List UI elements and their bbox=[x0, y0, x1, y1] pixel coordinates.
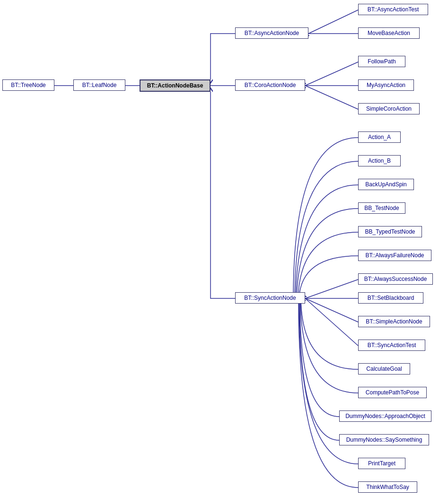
svg-line-4 bbox=[308, 10, 358, 34]
node-asyncactiontest[interactable]: BT::AsyncActionTest bbox=[358, 4, 428, 15]
node-setblackboard-label: BT::SetBlackboard bbox=[368, 295, 414, 301]
node-approachobject-label: DummyNodes::ApproachObject bbox=[345, 413, 425, 419]
node-leafnode[interactable]: BT::LeafNode bbox=[73, 79, 125, 91]
node-saysomething[interactable]: DummyNodes::SaySomething bbox=[339, 434, 429, 445]
node-simpleactionnode[interactable]: BT::SimpleActionNode bbox=[358, 316, 430, 327]
node-thinkwhattosay[interactable]: ThinkWhatToSay bbox=[358, 481, 417, 493]
connections-svg bbox=[0, 0, 448, 497]
diagram-container: BT::TreeNode BT::LeafNode BT::ActionNode… bbox=[0, 0, 448, 497]
node-actionb[interactable]: Action_B bbox=[358, 155, 401, 166]
node-bbtestnode[interactable]: BB_TestNode bbox=[358, 202, 405, 214]
node-asyncactionnode-label: BT::AsyncActionNode bbox=[245, 30, 299, 36]
node-bbtypedtestnode[interactable]: BB_TypedTestNode bbox=[358, 226, 422, 237]
node-myasyncaction[interactable]: MyAsyncAction bbox=[358, 79, 414, 91]
node-thinkwhattosay-label: ThinkWhatToSay bbox=[366, 484, 409, 490]
node-bbtestnode-label: BB_TestNode bbox=[364, 205, 399, 211]
node-treenode-label: BT::TreeNode bbox=[11, 82, 46, 88]
node-syncactionnode-label: BT::SyncActionNode bbox=[244, 295, 296, 301]
node-alwayssuccessnode-label: BT::AlwaysSuccessNode bbox=[364, 276, 427, 282]
node-alwaysfailurenode[interactable]: BT::AlwaysFailureNode bbox=[358, 250, 431, 261]
svg-line-9 bbox=[305, 279, 358, 298]
node-approachobject[interactable]: DummyNodes::ApproachObject bbox=[339, 410, 431, 422]
node-syncactiontest-label: BT::SyncActionTest bbox=[368, 342, 416, 349]
node-calculategoal-label: CalculateGoal bbox=[366, 366, 402, 372]
node-saysomething-label: DummyNodes::SaySomething bbox=[346, 436, 422, 443]
node-simplecoroaction-label: SimpleCoroAction bbox=[366, 105, 412, 112]
node-actiona-label: Action_A bbox=[368, 134, 391, 140]
node-alwayssuccessnode[interactable]: BT::AlwaysSuccessNode bbox=[358, 273, 433, 285]
node-followpath[interactable]: FollowPath bbox=[358, 56, 405, 67]
node-computepathtpose-label: ComputePathToPose bbox=[366, 389, 419, 396]
svg-line-12 bbox=[305, 298, 358, 346]
node-alwaysfailurenode-label: BT::AlwaysFailureNode bbox=[365, 252, 424, 259]
node-printtarget-label: PrintTarget bbox=[368, 460, 395, 467]
node-bbtypedtestnode-label: BB_TypedTestNode bbox=[365, 228, 415, 235]
node-backupandspin-label: BackUpAndSpin bbox=[365, 181, 406, 188]
node-setblackboard[interactable]: BT::SetBlackboard bbox=[358, 292, 423, 304]
node-simplecoroaction[interactable]: SimpleCoroAction bbox=[358, 103, 420, 114]
node-actionb-label: Action_B bbox=[368, 157, 391, 164]
svg-line-11 bbox=[305, 298, 358, 322]
node-actiona[interactable]: Action_A bbox=[358, 131, 401, 143]
node-leafnode-label: BT::LeafNode bbox=[82, 82, 117, 88]
node-followpath-label: FollowPath bbox=[368, 58, 395, 65]
node-asyncactionnode[interactable]: BT::AsyncActionNode bbox=[235, 27, 308, 39]
svg-line-6 bbox=[305, 62, 358, 86]
node-myasyncaction-label: MyAsyncAction bbox=[367, 82, 405, 88]
node-movebaseaction[interactable]: MoveBaseAction bbox=[358, 27, 420, 39]
node-actionnodebase-label: BT::ActionNodeBase bbox=[147, 82, 203, 89]
node-calculategoal[interactable]: CalculateGoal bbox=[358, 363, 410, 375]
node-coroactionnode-label: BT::CoroActionNode bbox=[245, 82, 296, 88]
node-treenode[interactable]: BT::TreeNode bbox=[2, 79, 54, 91]
node-backupandspin[interactable]: BackUpAndSpin bbox=[358, 179, 414, 190]
node-coroactionnode[interactable]: BT::CoroActionNode bbox=[235, 79, 305, 91]
node-movebaseaction-label: MoveBaseAction bbox=[368, 30, 410, 36]
node-syncactiontest[interactable]: BT::SyncActionTest bbox=[358, 340, 425, 351]
svg-line-8 bbox=[305, 86, 358, 109]
node-printtarget[interactable]: PrintTarget bbox=[358, 458, 405, 469]
node-computepathtpose[interactable]: ComputePathToPose bbox=[358, 387, 427, 398]
node-actionnodebase[interactable]: BT::ActionNodeBase bbox=[140, 79, 211, 92]
node-syncactionnode[interactable]: BT::SyncActionNode bbox=[235, 292, 305, 304]
node-asyncactiontest-label: BT::AsyncActionTest bbox=[368, 6, 419, 13]
node-simpleactionnode-label: BT::SimpleActionNode bbox=[366, 318, 422, 325]
